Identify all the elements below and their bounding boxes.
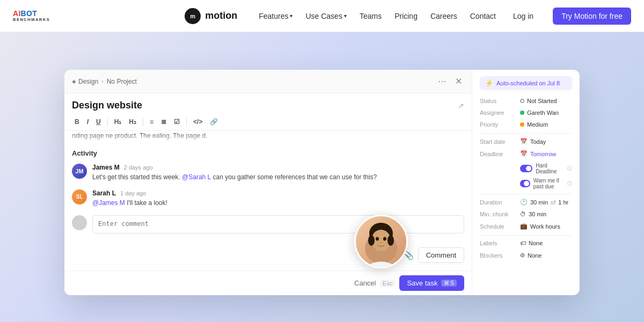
start-date-row: Start date 📅 Today: [480, 138, 572, 145]
deadline-label: Deadline: [480, 151, 520, 157]
breadcrumb-design: ◈ Design: [72, 78, 98, 85]
breadcrumb-separator: ›: [101, 78, 103, 84]
comment-item-2: SL Sarah L 1 day ago @James M I'll take …: [72, 189, 464, 208]
comment-author-sarah: Sarah L: [92, 189, 116, 197]
code-button[interactable]: </>: [191, 116, 205, 127]
editor-content-area[interactable]: nding page ne product. The ealing. The p…: [64, 131, 472, 144]
status-label: Status: [480, 98, 520, 104]
duration-value[interactable]: 🕐 30 min of 1 hr: [520, 199, 568, 206]
assignee-label: Assignee: [480, 109, 520, 116]
svg-point-4: [383, 237, 386, 241]
comment-author-james: James M: [92, 164, 120, 171]
comment-submit-button[interactable]: Comment: [418, 247, 464, 263]
logo-bot: BOT: [21, 9, 37, 18]
activity-section: Activity JM James M 2 days ago Let's get…: [64, 144, 472, 242]
ol-button[interactable]: ≣: [158, 116, 169, 127]
activity-label: Activity: [72, 149, 464, 157]
more-button[interactable]: ⋯: [436, 75, 449, 87]
nav-contact[interactable]: Contact: [470, 12, 496, 20]
status-value[interactable]: Not Started: [520, 98, 557, 104]
auto-scheduled-text: Auto-scheduled on Jul 8: [496, 80, 560, 86]
blockers-value[interactable]: ⊘ None: [520, 252, 541, 259]
ul-button[interactable]: ≡: [147, 116, 156, 127]
deadline-row: Deadline 📅 Tomorrow: [480, 150, 572, 157]
italic-button[interactable]: I: [84, 116, 91, 127]
assignee-value[interactable]: Gareth Wan: [520, 109, 559, 116]
toolbar-separator-2: [143, 118, 143, 126]
task-title-area: Design website ↗: [64, 93, 472, 113]
labels-label: Labels: [480, 240, 520, 246]
min-chunk-label: Min. chunk: [480, 211, 520, 217]
checklist-button[interactable]: ☑: [171, 116, 182, 127]
warn-row: Warn me if past due ⓘ: [480, 178, 572, 189]
schedule-label: Schedule: [480, 223, 520, 230]
schedule-row: Schedule 💼 Work hours: [480, 223, 572, 230]
breadcrumb: ◈ Design › No Project: [72, 78, 436, 85]
logo-ai: AI: [13, 9, 21, 18]
schedule-icon: 💼: [520, 223, 528, 230]
priority-value[interactable]: Medium: [520, 121, 548, 128]
person-avatar: [354, 215, 408, 268]
comment-text-sarah: @James M I'll take a look!: [92, 199, 464, 208]
close-button[interactable]: ✕: [453, 75, 464, 87]
avatar-illustration: [356, 216, 406, 267]
chevron-down-icon: ▾: [344, 13, 347, 19]
bold-button[interactable]: B: [72, 116, 82, 127]
modal-header-actions: ⋯ ✕: [436, 75, 464, 87]
modal-header: ◈ Design › No Project ⋯ ✕: [64, 70, 472, 93]
info-icon: ⓘ: [567, 165, 572, 172]
comment-item: JM James M 2 days ago Let's get this sta…: [72, 164, 464, 182]
priority-row: Priority Medium: [480, 121, 572, 128]
task-right-panel: ⚡ Auto-scheduled on Jul 8 Status Not Sta…: [472, 70, 580, 295]
task-left-panel: ◈ Design › No Project ⋯ ✕ Design website…: [64, 70, 472, 295]
auto-scheduled-badge: ⚡ Auto-scheduled on Jul 8: [480, 76, 572, 90]
nav-use-cases[interactable]: Use Cases ▾: [305, 12, 346, 20]
comment-content-james: James M 2 days ago Let's get this starte…: [92, 164, 464, 182]
svg-point-5: [380, 242, 382, 244]
mention-james: @James M: [92, 199, 125, 207]
schedule-value[interactable]: 💼 Work hours: [520, 223, 560, 230]
link-button[interactable]: 🔗: [207, 116, 221, 127]
assignee-row: Assignee Gareth Wan: [480, 109, 572, 116]
avatar-james: JM: [72, 164, 87, 179]
comment-meta-sarah: Sarah L 1 day ago: [92, 189, 464, 197]
avatar-sarah: SL: [72, 189, 87, 204]
deadline-value[interactable]: 📅 Tomorrow: [520, 150, 556, 157]
warn-toggle[interactable]: [520, 180, 530, 187]
clock-icon: 🕐: [520, 199, 528, 206]
status-row: Status Not Started: [480, 98, 572, 104]
nav-careers[interactable]: Careers: [430, 12, 457, 20]
comment-footer: 📎 Comment: [64, 242, 472, 270]
comment-input[interactable]: [92, 215, 464, 233]
start-date-value[interactable]: 📅 Today: [520, 138, 546, 145]
chevron-down-icon: ▾: [290, 13, 292, 19]
separator-1: [480, 133, 572, 134]
min-chunk-value[interactable]: ⏱ 30 min: [520, 211, 546, 217]
hard-deadline-row: Hard Deadline ⓘ: [480, 163, 572, 174]
nav-features[interactable]: Features ▾: [259, 12, 292, 20]
nav-login[interactable]: Log in: [513, 12, 533, 20]
save-task-button[interactable]: Save task ⌘ S: [399, 275, 464, 291]
labels-value[interactable]: 🏷 None: [520, 240, 543, 246]
hard-deadline-toggle[interactable]: [520, 165, 532, 172]
separator-2: [480, 194, 572, 194]
h2-button[interactable]: H₂: [126, 116, 139, 127]
toolbar-separator: [107, 118, 108, 126]
motion-logo: m: [185, 8, 201, 24]
cancel-shortcut: Esc: [380, 280, 395, 287]
share-icon[interactable]: ↗: [458, 101, 464, 110]
svg-point-7: [387, 235, 394, 246]
cancel-button[interactable]: Cancel Esc: [354, 279, 395, 287]
comment-time-james: 2 days ago: [124, 164, 153, 171]
labels-row: Labels 🏷 None: [480, 240, 572, 246]
logo-benchmarks: BENCHMARKS: [13, 18, 50, 22]
underline-button[interactable]: U: [93, 116, 104, 127]
h1-button[interactable]: H₁: [112, 116, 125, 127]
avatar-current-user: [72, 215, 87, 230]
nav-pricing[interactable]: Pricing: [394, 12, 418, 20]
separator-3: [480, 235, 572, 236]
logo-area: AIBOT BENCHMARKS: [13, 10, 50, 23]
calendar-icon: 📅: [520, 138, 528, 145]
nav-cta-button[interactable]: Try Motion for free: [553, 8, 631, 25]
nav-teams[interactable]: Teams: [360, 12, 382, 20]
